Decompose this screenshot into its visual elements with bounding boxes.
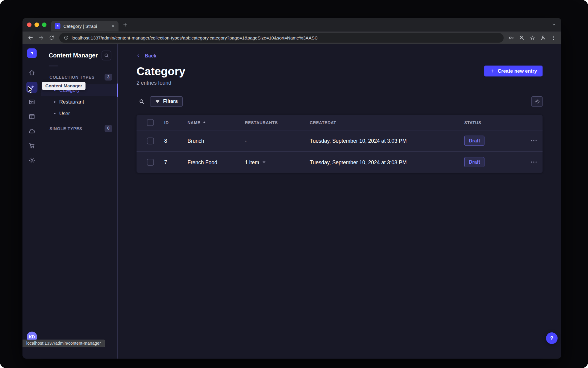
- single-types-label: SINGLE TYPES: [49, 126, 82, 131]
- bullet-icon: [54, 101, 55, 103]
- tab-close-icon[interactable]: [111, 24, 116, 28]
- status-badge: Draft: [464, 157, 485, 167]
- create-new-entry-label: Create new entry: [498, 68, 537, 74]
- profile-icon[interactable]: [538, 33, 548, 43]
- close-window-button[interactable]: [27, 22, 31, 27]
- content-type-builder-icon[interactable]: [26, 111, 37, 122]
- entries-table: ID NAME RESTAURANTS CREATEDAT STATUS 8: [137, 115, 543, 173]
- content-manager-icon[interactable]: [26, 82, 37, 93]
- chevron-down-icon: [263, 161, 266, 163]
- page-info-icon[interactable]: [64, 35, 69, 40]
- table-header-row: ID NAME RESTAURANTS CREATEDAT STATUS: [137, 115, 543, 130]
- help-button[interactable]: ?: [546, 332, 558, 344]
- row-actions-menu-icon[interactable]: [529, 159, 539, 165]
- content-manager-subnav: Content Manager COLLECTION TYPES 3 Categ…: [41, 44, 118, 359]
- sidebar-item-user[interactable]: User: [41, 107, 117, 119]
- subnav-search-button[interactable]: [101, 51, 111, 60]
- browser-window: Category | Strapi: [22, 18, 561, 359]
- sidebar-item-restaurant[interactable]: Restaurant: [41, 96, 117, 108]
- back-nav-icon[interactable]: [25, 33, 35, 43]
- strapi-logo[interactable]: [27, 48, 37, 58]
- strapi-favicon-icon: [55, 23, 60, 29]
- arrow-left-icon: [137, 53, 142, 58]
- status-badge: Draft: [464, 136, 485, 146]
- page-title: Category: [137, 64, 185, 78]
- browser-tab[interactable]: Category | Strapi: [51, 21, 118, 31]
- subnav-title: Content Manager: [49, 52, 98, 59]
- name-cell: Brunch: [187, 138, 245, 144]
- createdat-cell: Tuesday, September 10, 2024 at 3:03 PM: [310, 138, 464, 144]
- address-bar[interactable]: localhost:1337/admin/content-manager/col…: [59, 33, 504, 43]
- tab-search-chevron-icon[interactable]: [551, 21, 557, 27]
- filters-label: Filters: [163, 98, 178, 104]
- zoom-search-icon[interactable]: [517, 33, 527, 43]
- restaurants-cell: -: [245, 138, 310, 144]
- main-content: Back Category Create new entry 2 entries…: [118, 44, 561, 359]
- createdat-cell: Tuesday, September 10, 2024 at 3:03 PM: [310, 159, 464, 165]
- window-controls: [27, 22, 46, 27]
- sidebar-item-label: Restaurant: [59, 99, 84, 105]
- name-cell: French Food: [187, 159, 245, 165]
- column-header-status[interactable]: STATUS: [464, 120, 525, 124]
- id-cell: 8: [164, 138, 188, 144]
- id-cell: 7: [164, 159, 188, 165]
- restaurants-cell[interactable]: 1 item: [245, 159, 310, 165]
- main-nav-rail: KD: [22, 44, 41, 359]
- browser-menu-icon[interactable]: [548, 33, 558, 43]
- settings-gear-icon[interactable]: [26, 155, 37, 166]
- column-header-restaurants[interactable]: RESTAURANTS: [245, 120, 310, 124]
- sidebar-item-label: User: [59, 111, 70, 116]
- minimize-window-button[interactable]: [34, 22, 39, 27]
- link-preview-statusbar: localhost:1337/admin/content-manager: [22, 340, 105, 347]
- filter-icon: [155, 99, 160, 104]
- row-actions-menu-icon[interactable]: [529, 138, 539, 144]
- single-types-count-badge: 0: [104, 125, 112, 132]
- create-new-entry-button[interactable]: Create new entry: [484, 66, 542, 76]
- column-header-name[interactable]: NAME: [187, 120, 245, 124]
- bullet-icon: [54, 112, 55, 114]
- active-indicator: [117, 83, 118, 97]
- reload-icon[interactable]: [46, 33, 56, 43]
- plus-icon: [490, 69, 495, 73]
- view-settings-button[interactable]: [531, 96, 543, 107]
- media-library-icon[interactable]: [26, 96, 37, 108]
- tab-title: Category | Strapi: [63, 23, 108, 29]
- password-key-icon[interactable]: [507, 33, 516, 43]
- strapi-app: KD Content Manager COLLECTION TYPES 3: [22, 44, 561, 359]
- marketplace-cart-icon[interactable]: [26, 140, 37, 151]
- table-row: 8 Brunch - Tuesday, September 10, 2024 a…: [137, 130, 543, 151]
- home-icon[interactable]: [26, 67, 37, 78]
- entries-count: 2 entries found: [137, 80, 543, 86]
- restaurants-count: 1 item: [245, 159, 259, 165]
- search-icon: [139, 98, 145, 104]
- subnav-divider: [49, 66, 58, 66]
- content-manager-tooltip: Content Manager: [42, 82, 85, 90]
- row-checkbox[interactable]: [147, 159, 154, 165]
- browser-toolbar: localhost:1337/admin/content-manager/col…: [22, 31, 561, 44]
- tab-bar: Category | Strapi: [22, 18, 561, 31]
- table-row: 7 French Food 1 item Tuesday, September …: [137, 151, 543, 172]
- fullscreen-window-button[interactable]: [42, 22, 46, 27]
- collection-types-label: COLLECTION TYPES: [49, 75, 95, 80]
- new-tab-button[interactable]: [122, 22, 128, 28]
- collection-types-count-badge: 3: [104, 74, 112, 80]
- url-text: localhost:1337/admin/content-manager/col…: [72, 35, 318, 40]
- cloud-deploy-icon[interactable]: [26, 126, 37, 137]
- select-all-checkbox[interactable]: [147, 119, 154, 126]
- row-checkbox[interactable]: [147, 137, 154, 144]
- gear-icon: [534, 98, 540, 104]
- back-link[interactable]: Back: [137, 53, 156, 59]
- sort-ascending-icon: [203, 121, 206, 123]
- forward-nav-icon[interactable]: [36, 33, 46, 43]
- filters-button[interactable]: Filters: [150, 96, 183, 107]
- screenshot-stage: Category | Strapi: [0, 0, 588, 368]
- column-header-id[interactable]: ID: [164, 120, 188, 124]
- back-label: Back: [145, 53, 156, 59]
- table-search-button[interactable]: [137, 96, 147, 107]
- column-header-createdat[interactable]: CREATEDAT: [310, 120, 464, 124]
- bookmark-star-icon[interactable]: [528, 33, 537, 43]
